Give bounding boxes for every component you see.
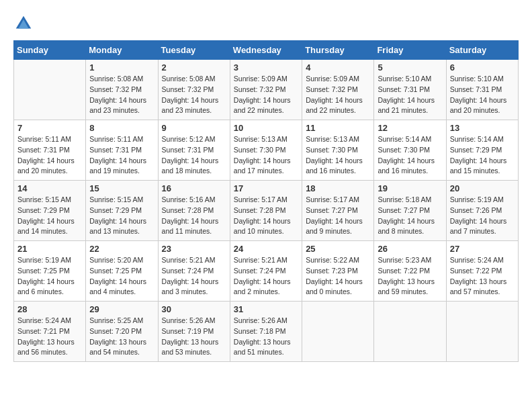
calendar-cell: 3Sunrise: 5:09 AMSunset: 7:32 PMDaylight…	[230, 60, 302, 120]
calendar-cell: 4Sunrise: 5:09 AMSunset: 7:32 PMDaylight…	[302, 60, 374, 120]
day-info: Sunrise: 5:13 AMSunset: 7:30 PMDaylight:…	[234, 134, 298, 177]
calendar-cell	[302, 302, 374, 362]
calendar-cell: 13Sunrise: 5:14 AMSunset: 7:29 PMDayligh…	[446, 120, 518, 181]
calendar-header-row: SundayMondayTuesdayWednesdayThursdayFrid…	[14, 41, 519, 60]
day-info: Sunrise: 5:26 AMSunset: 7:19 PMDaylight:…	[162, 316, 226, 358]
calendar-cell: 21Sunrise: 5:19 AMSunset: 7:25 PMDayligh…	[14, 241, 86, 302]
calendar-cell: 6Sunrise: 5:10 AMSunset: 7:31 PMDaylight…	[446, 60, 518, 120]
calendar-cell: 15Sunrise: 5:15 AMSunset: 7:29 PMDayligh…	[86, 181, 158, 241]
day-info: Sunrise: 5:26 AMSunset: 7:18 PMDaylight:…	[234, 316, 298, 358]
day-number: 7	[17, 123, 82, 133]
day-number: 2	[162, 62, 226, 73]
calendar-table: SundayMondayTuesdayWednesdayThursdayFrid…	[13, 40, 519, 362]
day-number: 3	[234, 62, 298, 73]
day-number: 22	[89, 244, 154, 254]
day-info: Sunrise: 5:09 AMSunset: 7:32 PMDaylight:…	[306, 74, 370, 116]
day-info: Sunrise: 5:25 AMSunset: 7:20 PMDaylight:…	[89, 316, 154, 358]
calendar-cell: 20Sunrise: 5:19 AMSunset: 7:26 PMDayligh…	[446, 181, 518, 241]
day-number: 31	[234, 304, 298, 314]
day-info: Sunrise: 5:19 AMSunset: 7:25 PMDaylight:…	[17, 255, 82, 298]
day-info: Sunrise: 5:20 AMSunset: 7:25 PMDaylight:…	[89, 255, 154, 298]
day-number: 30	[162, 304, 226, 314]
day-info: Sunrise: 5:10 AMSunset: 7:31 PMDaylight:…	[378, 74, 442, 116]
day-number: 18	[306, 183, 370, 193]
day-number: 13	[450, 123, 515, 133]
day-info: Sunrise: 5:11 AMSunset: 7:31 PMDaylight:…	[17, 134, 82, 177]
day-info: Sunrise: 5:21 AMSunset: 7:24 PMDaylight:…	[234, 255, 298, 298]
calendar-cell	[14, 60, 86, 120]
day-number: 19	[378, 183, 442, 193]
day-number: 29	[89, 304, 154, 314]
day-info: Sunrise: 5:10 AMSunset: 7:31 PMDaylight:…	[450, 74, 515, 116]
day-info: Sunrise: 5:08 AMSunset: 7:32 PMDaylight:…	[162, 74, 226, 116]
day-info: Sunrise: 5:24 AMSunset: 7:22 PMDaylight:…	[450, 255, 515, 298]
day-info: Sunrise: 5:14 AMSunset: 7:29 PMDaylight:…	[450, 134, 515, 177]
day-info: Sunrise: 5:08 AMSunset: 7:32 PMDaylight:…	[89, 74, 154, 116]
header-thursday: Thursday	[302, 41, 374, 60]
calendar-cell: 9Sunrise: 5:12 AMSunset: 7:31 PMDaylight…	[158, 120, 230, 181]
calendar-week-row: 14Sunrise: 5:15 AMSunset: 7:29 PMDayligh…	[14, 181, 519, 241]
day-info: Sunrise: 5:16 AMSunset: 7:28 PMDaylight:…	[162, 195, 226, 237]
day-info: Sunrise: 5:24 AMSunset: 7:21 PMDaylight:…	[17, 316, 82, 358]
day-number: 16	[162, 183, 226, 193]
day-number: 11	[306, 123, 370, 133]
header-wednesday: Wednesday	[230, 41, 302, 60]
day-info: Sunrise: 5:19 AMSunset: 7:26 PMDaylight:…	[450, 195, 515, 237]
header-monday: Monday	[86, 41, 158, 60]
calendar-cell: 31Sunrise: 5:26 AMSunset: 7:18 PMDayligh…	[230, 302, 302, 362]
day-info: Sunrise: 5:15 AMSunset: 7:29 PMDaylight:…	[17, 195, 82, 237]
day-number: 8	[89, 123, 154, 133]
calendar-cell: 29Sunrise: 5:25 AMSunset: 7:20 PMDayligh…	[86, 302, 158, 362]
day-number: 20	[450, 183, 515, 193]
header-tuesday: Tuesday	[158, 41, 230, 60]
day-number: 26	[378, 244, 442, 254]
day-number: 10	[234, 123, 298, 133]
day-number: 25	[306, 244, 370, 254]
day-number: 6	[450, 62, 515, 73]
calendar-cell: 19Sunrise: 5:18 AMSunset: 7:27 PMDayligh…	[374, 181, 446, 241]
day-info: Sunrise: 5:14 AMSunset: 7:30 PMDaylight:…	[378, 134, 442, 177]
calendar-cell: 10Sunrise: 5:13 AMSunset: 7:30 PMDayligh…	[230, 120, 302, 181]
day-number: 9	[162, 123, 226, 133]
calendar-cell: 5Sunrise: 5:10 AMSunset: 7:31 PMDaylight…	[374, 60, 446, 120]
calendar-week-row: 7Sunrise: 5:11 AMSunset: 7:31 PMDaylight…	[14, 120, 519, 181]
header-friday: Friday	[374, 41, 446, 60]
calendar-cell: 18Sunrise: 5:17 AMSunset: 7:27 PMDayligh…	[302, 181, 374, 241]
calendar-cell: 12Sunrise: 5:14 AMSunset: 7:30 PMDayligh…	[374, 120, 446, 181]
day-number: 12	[378, 123, 442, 133]
calendar-cell: 28Sunrise: 5:24 AMSunset: 7:21 PMDayligh…	[14, 302, 86, 362]
calendar-week-row: 1Sunrise: 5:08 AMSunset: 7:32 PMDaylight…	[14, 60, 519, 120]
page-header	[13, 13, 519, 34]
calendar-cell: 24Sunrise: 5:21 AMSunset: 7:24 PMDayligh…	[230, 241, 302, 302]
day-number: 5	[378, 62, 442, 73]
calendar-cell	[446, 302, 518, 362]
day-number: 14	[17, 183, 82, 193]
calendar-cell	[374, 302, 446, 362]
calendar-week-row: 28Sunrise: 5:24 AMSunset: 7:21 PMDayligh…	[14, 302, 519, 362]
logo	[13, 13, 36, 34]
calendar-cell: 26Sunrise: 5:23 AMSunset: 7:22 PMDayligh…	[374, 241, 446, 302]
calendar-cell: 25Sunrise: 5:22 AMSunset: 7:23 PMDayligh…	[302, 241, 374, 302]
day-number: 24	[234, 244, 298, 254]
calendar-cell: 8Sunrise: 5:11 AMSunset: 7:31 PMDaylight…	[86, 120, 158, 181]
day-info: Sunrise: 5:09 AMSunset: 7:32 PMDaylight:…	[234, 74, 298, 116]
day-info: Sunrise: 5:21 AMSunset: 7:24 PMDaylight:…	[162, 255, 226, 298]
calendar-cell: 27Sunrise: 5:24 AMSunset: 7:22 PMDayligh…	[446, 241, 518, 302]
calendar-cell: 16Sunrise: 5:16 AMSunset: 7:28 PMDayligh…	[158, 181, 230, 241]
calendar-week-row: 21Sunrise: 5:19 AMSunset: 7:25 PMDayligh…	[14, 241, 519, 302]
day-info: Sunrise: 5:17 AMSunset: 7:27 PMDaylight:…	[306, 195, 370, 237]
header-saturday: Saturday	[446, 41, 518, 60]
day-info: Sunrise: 5:23 AMSunset: 7:22 PMDaylight:…	[378, 255, 442, 298]
day-number: 17	[234, 183, 298, 193]
calendar-cell: 11Sunrise: 5:13 AMSunset: 7:30 PMDayligh…	[302, 120, 374, 181]
calendar-cell: 7Sunrise: 5:11 AMSunset: 7:31 PMDaylight…	[14, 120, 86, 181]
day-number: 15	[89, 183, 154, 193]
calendar-cell: 17Sunrise: 5:17 AMSunset: 7:28 PMDayligh…	[230, 181, 302, 241]
day-info: Sunrise: 5:22 AMSunset: 7:23 PMDaylight:…	[306, 255, 370, 298]
day-info: Sunrise: 5:13 AMSunset: 7:30 PMDaylight:…	[306, 134, 370, 177]
day-number: 4	[306, 62, 370, 73]
day-info: Sunrise: 5:18 AMSunset: 7:27 PMDaylight:…	[378, 195, 442, 237]
calendar-cell: 2Sunrise: 5:08 AMSunset: 7:32 PMDaylight…	[158, 60, 230, 120]
day-info: Sunrise: 5:11 AMSunset: 7:31 PMDaylight:…	[89, 134, 154, 177]
day-number: 27	[450, 244, 515, 254]
